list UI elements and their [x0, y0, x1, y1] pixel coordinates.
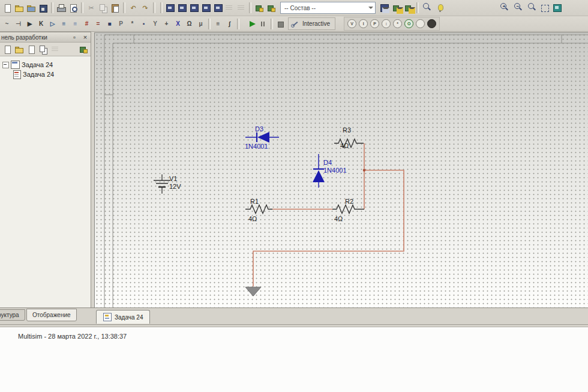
place-rf-icon[interactable]: Y	[150, 19, 160, 29]
save-file-icon[interactable]	[38, 3, 49, 13]
voltage-reference-probe-icon[interactable]: O	[404, 19, 413, 28]
place-diode-icon[interactable]: ▶	[25, 19, 35, 29]
open-samples-icon[interactable]	[26, 3, 37, 13]
place-wire-icon[interactable]: ∫	[224, 19, 235, 29]
zoom-out-icon[interactable]: −	[512, 2, 525, 14]
zoom-area-icon[interactable]	[540, 3, 551, 13]
component-V1[interactable]: V1 12V	[154, 174, 181, 194]
place-misc-icon[interactable]: *	[127, 19, 137, 29]
multisim-window: ✂ ↶↷ -- Состав -- +− ~⊣▶K▷≡≡#=■P*▪Y+XΩμ …	[0, 0, 588, 392]
toolbar-separator	[249, 2, 251, 13]
design-tree: Задача 24 Задача 24	[0, 56, 91, 83]
schematic-canvas[interactable]: D3 1N4001 D4 1N4001 R1 4Ω R2 4Ω	[94, 32, 588, 308]
place-connector-icon[interactable]: Ω	[184, 19, 194, 29]
zoom-in-icon[interactable]: +	[499, 2, 511, 14]
create-component-icon[interactable]	[254, 3, 265, 13]
place-mixed-icon[interactable]: =	[93, 19, 103, 29]
run-simulation-icon[interactable]	[247, 19, 257, 29]
place-indicator-icon[interactable]: ■	[104, 19, 115, 29]
stop-simulation-icon[interactable]	[275, 19, 286, 29]
place-cmos-icon[interactable]: ≡	[70, 19, 80, 29]
find-icon[interactable]	[421, 2, 434, 14]
open-design-icon[interactable]	[14, 44, 25, 55]
toolbar-separator	[153, 2, 155, 13]
component-D4[interactable]: D4 1N4001	[313, 154, 347, 188]
parent-sheet-list-icon[interactable]	[224, 3, 235, 13]
interactive-analysis-dropdown[interactable]: Interactive	[288, 17, 335, 30]
database-manager-icon[interactable]	[266, 3, 277, 13]
component-R3[interactable]: R3 4Ω	[334, 126, 364, 149]
voltage-current-probe-icon[interactable]: *	[393, 19, 402, 28]
toggle-design-toolbox-icon[interactable]	[165, 3, 176, 13]
place-transistor-icon[interactable]: K	[36, 19, 46, 29]
toggle-spreadsheet-view-icon[interactable]	[177, 3, 188, 13]
redo-icon[interactable]: ↷	[140, 3, 151, 13]
database-icon-icon[interactable]	[78, 44, 89, 55]
panel-toolbar-left	[2, 44, 61, 55]
component-tool-group	[254, 3, 277, 13]
new-file-icon[interactable]	[2, 3, 13, 13]
collapse-expander-icon[interactable]	[2, 62, 9, 68]
copy-icon[interactable]	[98, 3, 109, 13]
place-basic-icon[interactable]: ⊣	[13, 19, 23, 29]
differential-voltage-probe-icon[interactable]: ↕	[382, 19, 391, 28]
place-mcu-icon[interactable]: μ	[196, 19, 206, 29]
ground-symbol[interactable]	[245, 287, 261, 296]
pause-simulation-icon[interactable]	[258, 19, 268, 29]
cut-icon[interactable]: ✂	[86, 3, 97, 13]
place-advanced-peripherals-icon[interactable]: ▪	[139, 19, 149, 29]
place-power-icon[interactable]: P	[116, 19, 126, 29]
panel-tab-structure[interactable]: руктура	[0, 309, 25, 321]
save-design-icon[interactable]	[26, 44, 37, 55]
toggle-grapher-icon[interactable]	[201, 3, 212, 13]
place-source-icon[interactable]: ~	[2, 19, 12, 29]
toolbar-separator	[51, 2, 53, 13]
print-design-icon[interactable]	[50, 44, 61, 55]
panel-tab-visibility[interactable]: Отображение	[26, 309, 77, 321]
ref-label: D3	[255, 125, 263, 132]
toggle-spice-netlist-viewer-icon[interactable]	[189, 3, 200, 13]
print-icon[interactable]	[56, 3, 67, 13]
new-schematic-icon[interactable]	[2, 44, 13, 55]
component-R2[interactable]: R2 4Ω	[332, 198, 364, 222]
in-use-list-dropdown[interactable]: -- Состав --	[280, 2, 376, 14]
tree-child-item[interactable]: Задача 24	[1, 70, 89, 79]
value-label: 4Ω	[340, 142, 349, 149]
document-tab[interactable]: Задача 24	[96, 310, 150, 324]
digital-probe-icon[interactable]	[416, 19, 425, 28]
close-design-icon[interactable]	[38, 44, 49, 55]
zoom-selection-icon[interactable]	[526, 2, 539, 14]
open-file-icon[interactable]	[14, 3, 25, 13]
hierarchy-list-icon[interactable]	[236, 3, 247, 13]
toolbar-separator	[81, 2, 83, 13]
place-ttl-icon[interactable]: ≡	[59, 19, 69, 29]
place-analog-icon[interactable]: ▷	[47, 19, 58, 29]
probe-settings-icon[interactable]	[427, 19, 436, 28]
back-annotate-icon[interactable]	[391, 3, 402, 13]
toggle-postprocessor-icon[interactable]	[213, 3, 224, 13]
tree-root-item[interactable]: Задача 24	[1, 60, 89, 70]
zoom-fit-to-page-icon[interactable]	[552, 3, 563, 13]
main-toolbar: ✂ ↶↷ -- Состав -- +−	[0, 0, 588, 16]
undo-icon[interactable]: ↶	[128, 3, 139, 13]
paste-icon[interactable]	[110, 3, 121, 13]
place-electromechanical-icon[interactable]: +	[161, 19, 172, 29]
spreadsheet-view[interactable]: Multisim - 28 марта 2022 г., 13:38:37	[0, 327, 588, 392]
export-to-layout-icon[interactable]	[379, 3, 390, 13]
place-misc-digital-icon[interactable]: #	[82, 19, 92, 29]
voltage-probe-icon[interactable]: V	[347, 19, 356, 28]
place-ni-component-icon[interactable]: X	[173, 19, 183, 29]
probe-toolbar: VIP↕*O	[344, 17, 440, 31]
place-bus-icon[interactable]: ≡	[213, 19, 223, 29]
power-probe-icon[interactable]: P	[370, 19, 379, 28]
file-icon-group	[2, 3, 49, 13]
print-preview-icon[interactable]	[68, 3, 79, 13]
component-R1[interactable]: R1 4Ω	[245, 198, 272, 222]
panel-titlebar[interactable]: нель разработки ▫×	[0, 32, 91, 43]
help-bulb-icon[interactable]	[435, 3, 446, 13]
close-panel-button-icon[interactable]: ×	[80, 32, 91, 43]
forward-annotate-icon[interactable]	[403, 3, 414, 13]
component-D3[interactable]: D3 1N4001	[245, 125, 279, 150]
dock-panel-button-icon[interactable]: ▫	[69, 32, 80, 43]
current-probe-icon[interactable]: I	[359, 19, 368, 28]
